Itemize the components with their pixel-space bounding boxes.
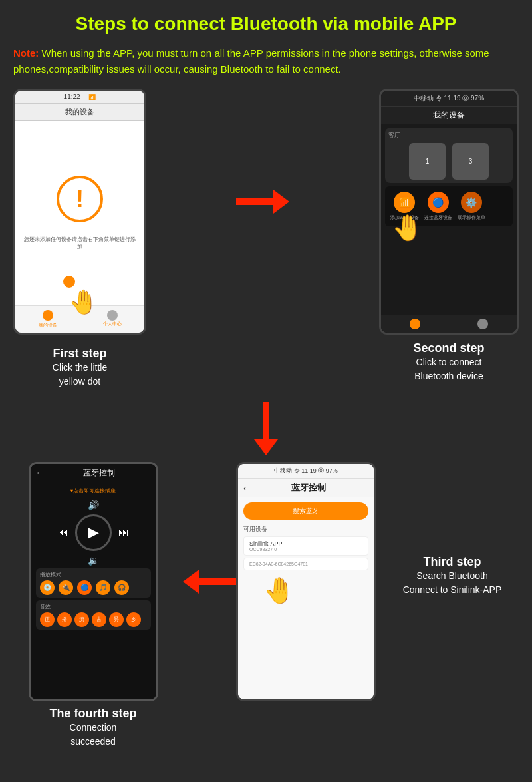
page-title: Steps to connect Bluetooth via mobile AP…	[13, 12, 519, 36]
step1-label: First step Click the littleyellow dot	[53, 341, 107, 389]
mode-sd[interactable]: 💿	[40, 580, 55, 595]
step1-block: 11:22 📶 我的设备 ! 您还未添加任何设备请点击右下角菜单键进行添加 🤚 …	[13, 89, 146, 389]
step2-footer-icon2	[477, 319, 488, 329]
eq-label: 音效	[40, 603, 147, 610]
step2-device-card: 客厅 1 3	[385, 128, 513, 183]
step3-with-arrow: 中移动 令 11:19 ⓪ 97% ‹ 蓝牙控制 搜索蓝牙 可用设备 Sinil…	[183, 462, 376, 701]
vol-down-icon: 🔉	[88, 555, 99, 566]
mode-aux[interactable]: 🎧	[114, 580, 129, 595]
eq-icons-row: 正 摇 流 古 爵 乡	[40, 612, 147, 627]
eq-pop[interactable]: 流	[74, 612, 89, 627]
menu-icon-wrap: ⚙️ 展示操作菜单	[458, 192, 485, 221]
footer-label2: 个人中心	[103, 321, 122, 327]
step4-phone-title: 蓝牙控制	[48, 467, 151, 479]
eq-rock[interactable]: 摇	[57, 612, 72, 627]
menu-icon[interactable]: ⚙️	[461, 192, 482, 213]
orange-dot[interactable]	[63, 276, 75, 288]
playback-label: 播放模式	[40, 571, 147, 578]
step3-content: 搜索蓝牙 可用设备 Sinilink-APP OCC98327-0 EC62-0…	[238, 497, 374, 699]
arrow-left-step3	[183, 572, 236, 592]
bt-icon-wrap: 🔵 连接蓝牙设备	[424, 192, 452, 221]
connect-status: ♥点击即可连接插座	[70, 487, 116, 494]
step1-phone-header: 11:22 📶	[15, 91, 144, 104]
next-icon[interactable]: ⏭	[118, 526, 129, 538]
music-controls: 🔊 ⏮ ▶ ⏭ 🔉	[36, 500, 151, 566]
bt-search-btn[interactable]: 搜索蓝牙	[243, 502, 368, 520]
profile-icon	[107, 310, 118, 321]
eq-normal[interactable]: 正	[40, 612, 55, 627]
hand-cursor-step2: 🤚	[392, 213, 513, 242]
hand-cursor-step3: 🤚	[263, 576, 368, 605]
step4-content: ♥点击即可连接插座 🔊 ⏮ ▶ ⏭ 🔉 播放模式 💿	[31, 482, 156, 699]
eq-country[interactable]: 乡	[126, 612, 141, 627]
step1-phone: 11:22 📶 我的设备 ! 您还未添加任何设备请点击右下角菜单键进行添加 🤚 …	[13, 89, 146, 335]
footer-profile: 个人中心	[103, 310, 122, 329]
wifi-icon[interactable]: 📶	[394, 192, 415, 213]
back-arrow-icon: ←	[36, 468, 44, 477]
bt-icon[interactable]: 🔵	[428, 192, 449, 213]
step1-num: First step	[53, 347, 107, 361]
step3-back-icon: ‹	[243, 483, 247, 493]
volume-row: 🔊	[88, 500, 99, 510]
arrow-down	[256, 402, 276, 455]
step1-content: ! 您还未添加任何设备请点击右下角菜单键进行添加	[15, 121, 144, 305]
step2-label: Second step Click to connectBluetooth de…	[413, 341, 484, 383]
bt-device-sinilink[interactable]: Sinilink-APP OCC98327-0	[243, 536, 368, 556]
step1-desc: Click the littleyellow dot	[53, 361, 107, 389]
bt-device-2[interactable]: EC62-04A8-6C84265O4781	[243, 558, 368, 570]
step4-num: The fourth step	[50, 707, 137, 721]
available-label: 可用设备	[243, 525, 368, 534]
arrow-right-step1	[236, 192, 289, 212]
step2-footer	[381, 315, 517, 333]
footer-label1: 我的设备	[39, 322, 57, 329]
device1-name: Sinilink-APP	[249, 540, 362, 547]
step1-status: 📶	[88, 94, 96, 100]
step4-desc: Connectionsucceeded	[50, 721, 137, 749]
step3-center: 中移动 令 11:19 ⓪ 97% ‹ 蓝牙控制 搜索蓝牙 可用设备 Sinil…	[173, 462, 386, 701]
playback-modes: 播放模式 💿 🔌 🔵 🎵 🎧	[36, 568, 151, 598]
step3-phone-title: 蓝牙控制	[249, 482, 368, 494]
mode-bt[interactable]: 🔵	[77, 580, 92, 595]
step4-block: ← 蓝牙控制 ♥点击即可连接插座 🔊 ⏮ ▶ ⏭ 🔉	[13, 462, 173, 749]
step3-labels: Third step Search BluetoothConnect to Si…	[386, 462, 519, 597]
step1-device-title: 我的设备	[15, 104, 144, 121]
eq-section: 音效 正 摇 流 古 爵 乡	[36, 600, 151, 630]
step4-header: ← 蓝牙控制	[31, 464, 156, 482]
controls-row: ⏮ ▶ ⏭	[58, 514, 129, 551]
bottom-steps-row: ← 蓝牙控制 ♥点击即可连接插座 🔊 ⏮ ▶ ⏭ 🔉	[13, 462, 519, 749]
step3-text: Third step Search BluetoothConnect to Si…	[403, 555, 502, 597]
step1-hint-text: 您还未添加任何设备请点击右下角菜单键进行添加	[15, 236, 144, 250]
hand-cursor-step1: 🤚	[68, 288, 98, 316]
section-label: 客厅	[388, 131, 509, 140]
eq-classic[interactable]: 古	[92, 612, 106, 627]
note-text: When using the APP, you must turn on all…	[13, 47, 489, 74]
step2-footer-icon1	[410, 319, 420, 329]
step2-desc: Click to connectBluetooth device	[413, 355, 484, 383]
step2-block: 中移动 令 11:19 ⓪ 97% 我的设备 客厅 1 3 📶 添加WIFI设备	[379, 89, 519, 383]
device1-id: OCC98327-0	[249, 547, 362, 552]
top-steps-row: 11:22 📶 我的设备 ! 您还未添加任何设备请点击右下角菜单键进行添加 🤚 …	[13, 89, 519, 389]
play-button[interactable]: ▶	[75, 514, 112, 551]
step1-time: 11:22	[64, 93, 80, 100]
step2-phone: 中移动 令 11:19 ⓪ 97% 我的设备 客厅 1 3 📶 添加WIFI设备	[379, 89, 519, 335]
note-label: Note:	[13, 47, 39, 59]
device2-id: EC62-04A8-6C84265O4781	[249, 562, 362, 566]
card-num1: 1	[409, 143, 446, 180]
card-num3: 3	[452, 143, 489, 180]
footer-my-device: 我的设备	[39, 310, 57, 329]
bt-label: 连接蓝牙设备	[424, 214, 452, 221]
mode-usb[interactable]: 🔌	[59, 580, 73, 595]
step3-num: Third step	[403, 555, 502, 569]
step2-content: 客厅 1 3 📶 添加WIFI设备 🔵 连接蓝牙设备	[381, 124, 517, 315]
step3-nav: ‹ 蓝牙控制	[238, 479, 374, 497]
arrow-down-section	[13, 402, 519, 455]
mode-rec[interactable]: 🎵	[96, 580, 110, 595]
prev-icon[interactable]: ⏮	[58, 526, 68, 538]
step4-phone: ← 蓝牙控制 ♥点击即可连接插座 🔊 ⏮ ▶ ⏭ 🔉	[29, 462, 158, 701]
step3-phone-header: 中移动 令 11:19 ⓪ 97%	[238, 464, 374, 479]
menu-label: 展示操作菜单	[458, 214, 485, 221]
step2-phone-title: 我的设备	[381, 107, 517, 124]
eq-jazz[interactable]: 爵	[109, 612, 124, 627]
warning-icon: !	[57, 176, 103, 222]
mode-icons-row: 💿 🔌 🔵 🎵 🎧	[40, 580, 147, 595]
